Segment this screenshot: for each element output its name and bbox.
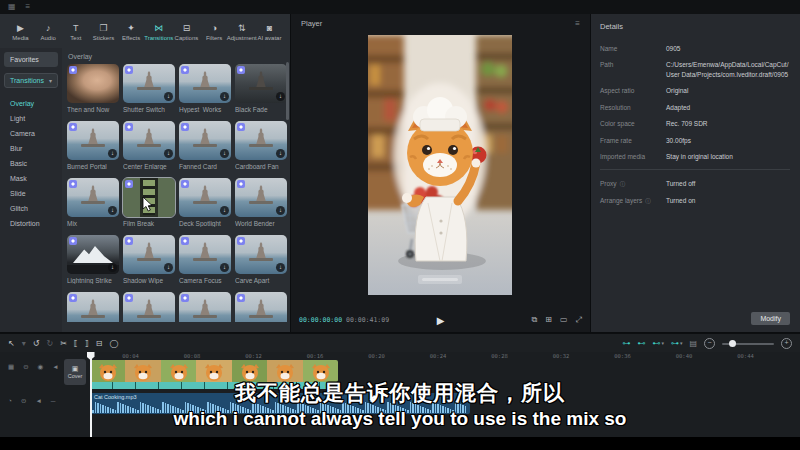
play-button[interactable]: ▶ xyxy=(437,315,445,326)
details-row-frame-rate: Frame rate30.00fps xyxy=(600,136,790,145)
mute-icon[interactable]: ◄ xyxy=(52,364,58,371)
tab-filters[interactable]: ◑Filters xyxy=(201,16,228,48)
video-preview[interactable] xyxy=(368,35,512,295)
split-icon[interactable]: ✂ xyxy=(60,340,67,348)
media-icon: ▶ xyxy=(17,23,24,33)
download-icon[interactable]: ↓ xyxy=(164,92,173,101)
category-camera[interactable]: Camera xyxy=(0,126,62,141)
transition-thumbnail[interactable]: ↓ xyxy=(235,235,287,274)
download-icon[interactable]: ↓ xyxy=(276,263,285,272)
delete-icon[interactable]: ⊟ xyxy=(96,340,103,348)
lock-icon[interactable]: ⊙ xyxy=(23,364,28,371)
magnetic-toggle-icon[interactable]: ⊶ xyxy=(622,340,630,348)
preview-axis-toggle-icon[interactable]: ⊷▾ xyxy=(652,340,664,348)
transition-thumbnail[interactable]: ↓ xyxy=(235,178,287,217)
transition-thumbnail[interactable]: ↓ xyxy=(67,178,119,217)
modify-button[interactable]: Modify xyxy=(751,312,790,325)
transition-thumbnail[interactable]: ↓ xyxy=(179,235,231,274)
download-icon[interactable]: ↓ xyxy=(276,206,285,215)
transitions-icon: ⋈ xyxy=(154,23,163,33)
download-icon[interactable]: ↓ xyxy=(276,92,285,101)
player-menu-icon[interactable]: ≡ xyxy=(575,19,580,28)
category-distortion[interactable]: Distortion xyxy=(0,216,62,231)
tab-transitions[interactable]: ⋈Transitions xyxy=(145,16,172,48)
tab-adjustment[interactable]: ⇅Adjustment xyxy=(228,16,255,48)
category-blur[interactable]: Blur xyxy=(0,141,62,156)
transition-item xyxy=(179,292,231,322)
zoom-out-icon[interactable]: − xyxy=(704,338,715,349)
mirror-icon[interactable]: ⧉ xyxy=(532,315,538,325)
category-overlay[interactable]: Overlay xyxy=(0,96,62,111)
select-tool-caret-icon[interactable]: ▾ xyxy=(22,340,26,348)
hide-icon[interactable]: ◉ xyxy=(38,364,44,371)
undo-icon[interactable]: ↺ xyxy=(33,340,40,348)
transition-thumbnail[interactable]: ↓ xyxy=(179,64,231,103)
transition-thumbnail[interactable] xyxy=(123,178,175,217)
download-icon[interactable]: ↓ xyxy=(220,263,229,272)
track-thumbnail-icon[interactable]: ▦ xyxy=(8,364,14,371)
transition-thumbnail[interactable] xyxy=(67,64,119,103)
snap-toggle-icon[interactable]: ⊶▾ xyxy=(671,340,683,348)
transition-thumbnail[interactable] xyxy=(235,292,287,322)
ratio-icon[interactable]: ▭ xyxy=(560,315,568,325)
download-icon[interactable]: ↓ xyxy=(108,263,117,272)
redo-icon[interactable]: ↻ xyxy=(46,340,53,348)
ruler-label: 00:32 xyxy=(553,353,570,359)
details-toggle-arrange-layers: Arrange layersⓘTurned on xyxy=(600,196,790,206)
transition-thumbnail[interactable] xyxy=(67,292,119,322)
preview-quality-icon[interactable]: ▤ xyxy=(689,339,697,348)
zoom-slider-knob[interactable] xyxy=(729,340,736,347)
delete-right-icon[interactable]: ⟧ xyxy=(85,340,89,348)
details-label: Resolution xyxy=(600,103,666,112)
category-glitch[interactable]: Glitch xyxy=(0,201,62,216)
transition-thumbnail[interactable]: ↓ xyxy=(123,121,175,160)
transition-thumbnail[interactable] xyxy=(123,292,175,322)
download-icon[interactable]: ↓ xyxy=(164,149,173,158)
grid-scrollbar[interactable] xyxy=(286,62,289,120)
tab-effects[interactable]: ✦Effects xyxy=(118,16,145,48)
transition-thumbnail[interactable]: ↓ xyxy=(123,64,175,103)
transition-name: Lightning Strike xyxy=(67,277,119,284)
tab-ai-avatar[interactable]: ◙AI avatar xyxy=(256,16,283,48)
tab-captions[interactable]: ⊟Captions xyxy=(173,16,200,48)
download-icon[interactable]: ↓ xyxy=(276,149,285,158)
category-light[interactable]: Light xyxy=(0,111,62,126)
transition-thumbnail[interactable]: ↓ xyxy=(235,121,287,160)
category-slide[interactable]: Slide xyxy=(0,186,62,201)
download-icon[interactable]: ↓ xyxy=(108,206,117,215)
transition-thumbnail[interactable]: ↓ xyxy=(67,235,119,274)
tab-audio[interactable]: ♪Audio xyxy=(35,16,62,48)
transition-name: Burned Portal xyxy=(67,163,119,170)
category-basic[interactable]: Basic xyxy=(0,156,62,171)
download-icon[interactable]: ↓ xyxy=(220,149,229,158)
transition-thumbnail[interactable] xyxy=(179,292,231,322)
category-mask[interactable]: Mask xyxy=(0,171,62,186)
download-icon[interactable]: ↓ xyxy=(164,263,173,272)
transition-thumbnail[interactable]: ↓ xyxy=(179,121,231,160)
transition-thumbnail[interactable]: ↓ xyxy=(67,121,119,160)
menu-icon[interactable]: ≡ xyxy=(26,0,31,14)
freeze-icon[interactable]: ◯ xyxy=(109,340,118,348)
transition-item xyxy=(235,292,287,322)
link-toggle-icon[interactable]: ⊷ xyxy=(637,340,645,348)
delete-left-icon[interactable]: ⟦ xyxy=(74,340,78,348)
zoom-in-icon[interactable]: + xyxy=(781,338,792,349)
download-icon[interactable]: ↓ xyxy=(220,92,229,101)
transition-thumbnail[interactable]: ↓ xyxy=(123,235,175,274)
favorites-button[interactable]: Favorites xyxy=(4,52,58,67)
download-icon[interactable]: ↓ xyxy=(220,206,229,215)
fullscreen-icon[interactable]: ⤢ xyxy=(576,315,582,325)
timeline-toolbar: ↖▾↺↻✂⟦⟧⊟◯ ⊶⊷⊷▾⊶▾▤−+ xyxy=(0,333,800,353)
app-logo-icon[interactable]: ▦ xyxy=(8,0,16,14)
tab-stickers[interactable]: ❐Stickers xyxy=(90,16,117,48)
transitions-dropdown-button[interactable]: Transitions ▾ xyxy=(4,73,58,88)
snap-frame-icon[interactable]: ⊞ xyxy=(545,315,552,325)
transition-thumbnail[interactable]: ↓ xyxy=(179,178,231,217)
select-tool-icon[interactable]: ↖ xyxy=(8,340,15,348)
transition-thumbnail[interactable]: ↓ xyxy=(235,64,287,103)
timeline-zoom-slider[interactable] xyxy=(722,343,774,345)
tab-text[interactable]: TText xyxy=(62,16,89,48)
transition-item xyxy=(67,292,119,322)
tab-media[interactable]: ▶Media xyxy=(7,16,34,48)
download-icon[interactable]: ↓ xyxy=(108,149,117,158)
